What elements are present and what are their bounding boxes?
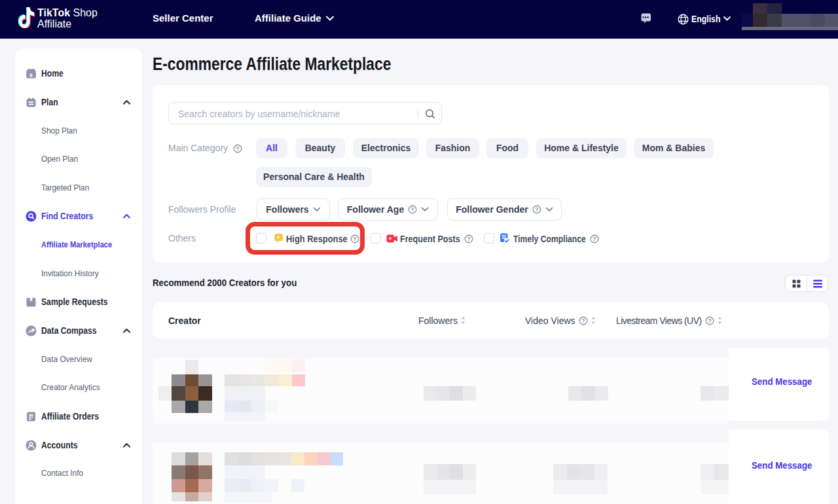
svg-text:?: ? bbox=[592, 236, 596, 242]
svg-text:?: ? bbox=[467, 236, 470, 242]
svg-text:?: ? bbox=[535, 206, 538, 213]
svg-text:?: ? bbox=[581, 317, 585, 323]
svg-text:?: ? bbox=[236, 145, 239, 152]
svg-text:?: ? bbox=[708, 317, 711, 323]
svg-text:?: ? bbox=[411, 206, 414, 213]
